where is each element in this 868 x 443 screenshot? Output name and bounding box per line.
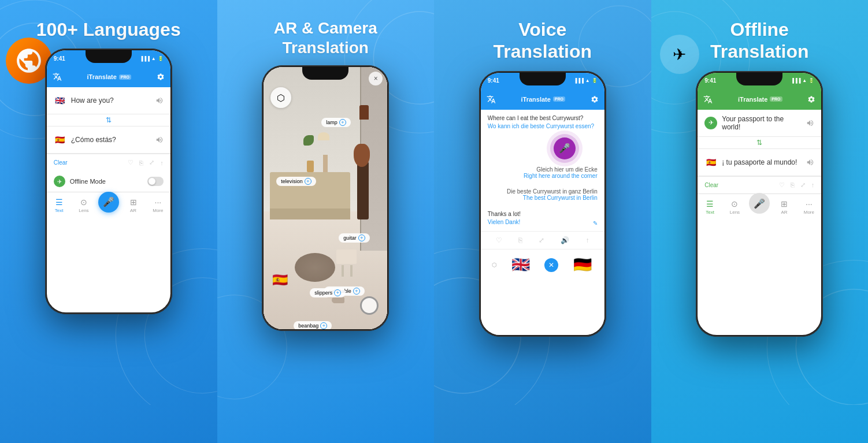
panel-1-title: 100+ Languages xyxy=(36,18,181,40)
source-flag-4: ✈ xyxy=(704,117,717,129)
ar-label-television[interactable]: television + xyxy=(276,177,316,186)
ar-label-guitar[interactable]: guitar + xyxy=(339,233,370,243)
target-flag-4: 🇪🇸 xyxy=(704,156,717,169)
heart-icon-1[interactable]: ♡ xyxy=(128,159,133,166)
mic-button-1[interactable]: 🎤 xyxy=(98,192,119,213)
translate-icon-4 xyxy=(703,95,713,104)
tab-more-label-1: More xyxy=(153,208,163,213)
msg-1-original: Where can I eat the best Currywurst? xyxy=(488,114,598,122)
iphone-3: 9:41 ▐▐▐ ▲ 🔋 iTranslate PRO xyxy=(479,71,606,337)
panel-4-title: OfflineTranslation xyxy=(710,18,809,63)
translate-icon-1 xyxy=(53,72,62,81)
notch-2 xyxy=(302,67,348,80)
tab-more-4[interactable]: ··· More xyxy=(796,199,821,215)
swap-area-4: ⇅ xyxy=(698,137,821,148)
target-text-1: ¿Cómo estás? xyxy=(71,136,151,144)
action-icons-1: ♡ ⎘ ⤢ ↑ xyxy=(128,159,164,166)
tab-ar-label-4: AR xyxy=(781,210,787,215)
tab-lens-1[interactable]: ⊙ Lens xyxy=(72,198,97,213)
source-flag-1: 🇬🇧 xyxy=(54,94,66,107)
copy-icon-4[interactable]: ⎘ xyxy=(791,181,795,188)
ar-label-beanbag[interactable]: beanbag + xyxy=(294,321,332,329)
clear-row-1: Clear ♡ ⎘ ⤢ ↑ xyxy=(47,154,170,171)
iphone-4: 9:41 ▐▐▐ ▲ 🔋 iTranslate PRO xyxy=(696,71,823,337)
source-section-1: 🇬🇧 How are you? xyxy=(47,87,170,114)
msg-3-translation: The best Currywurst in Berlin xyxy=(488,195,598,201)
gear-icon-4[interactable] xyxy=(807,95,815,103)
tab-mic-1[interactable]: 🎤 xyxy=(96,192,121,213)
offline-icon-1: ✈ xyxy=(54,176,65,187)
panel-offline-translation: ✈ OfflineTranslation 9:41 ▐▐▐ ▲ 🔋 xyxy=(651,0,869,443)
voice-mic-button[interactable]: 🎤 xyxy=(554,137,576,159)
tab-lens-label-1: Lens xyxy=(79,208,88,213)
tab-more-icon-4: ··· xyxy=(806,199,813,209)
tab-ar-icon-1: ⊞ xyxy=(130,198,137,207)
target-flag-1: 🇪🇸 xyxy=(54,133,66,146)
tab-text-icon-1: ☰ xyxy=(55,198,63,207)
ar-plus-slippers[interactable]: + xyxy=(334,289,341,296)
mic-button-4[interactable]: 🎤 xyxy=(749,193,770,214)
tab-lens-label-4: Lens xyxy=(730,210,740,215)
speaker-icon-4a[interactable] xyxy=(806,119,814,127)
clear-button-1[interactable]: Clear xyxy=(54,159,68,166)
ar-plus-guitar[interactable]: + xyxy=(358,234,365,241)
tab-text-1[interactable]: ☰ Text xyxy=(47,198,72,213)
msg-4-translation: Vielen Dank! xyxy=(488,218,521,226)
voice-heart-icon[interactable]: ♡ xyxy=(496,236,502,244)
app-logo-1: iTranslate PRO xyxy=(87,73,131,80)
status-icons-4: ▐▐▐ ▲ 🔋 xyxy=(791,78,814,83)
ar-plus-lamp[interactable]: + xyxy=(339,119,346,126)
heart-icon-4[interactable]: ♡ xyxy=(779,181,785,189)
time-3: 9:41 xyxy=(488,77,499,84)
edit-icon-3[interactable]: ✎ xyxy=(593,220,598,226)
voice-share-icon[interactable]: ↑ xyxy=(586,236,589,244)
target-row-4: 🇪🇸 ¡ tu pasaporte al mundo! xyxy=(704,154,814,171)
pro-badge-1: PRO xyxy=(119,75,131,80)
chat-msg-2: Gleich hier um die Ecke Right here aroun… xyxy=(481,162,604,184)
tab-text-label-1: Text xyxy=(55,208,64,213)
panel-3-title: VoiceTranslation xyxy=(493,18,592,63)
chat-msg-1: Where can I eat the best Currywurst? Wo … xyxy=(481,110,604,135)
swap-icon-4: ⇅ xyxy=(756,139,762,147)
speaker-icon-2[interactable] xyxy=(155,136,164,144)
source-text-4: Your passport to the world! xyxy=(722,115,802,131)
voice-speaker-icon[interactable]: 🔊 xyxy=(561,236,569,244)
offline-toggle-1[interactable] xyxy=(147,177,164,186)
ar-plus-beanbag[interactable]: + xyxy=(320,322,327,329)
clear-button-4[interactable]: Clear xyxy=(704,182,718,188)
ar-label-lamp[interactable]: lamp + xyxy=(321,118,351,127)
iphone-2: × ⬡ lamp + television + g xyxy=(262,65,389,331)
msg-2-translation: Right here around the corner xyxy=(488,173,598,179)
ar-label-slippers[interactable]: slippers + xyxy=(310,288,346,297)
speaker-icon-1[interactable] xyxy=(155,96,164,105)
tab-more-1[interactable]: ··· More xyxy=(146,198,170,213)
flag-uk-3[interactable]: 🇬🇧 xyxy=(510,254,532,276)
panel-ar-camera: AR & CameraTranslation xyxy=(217,0,435,443)
tab-text-4[interactable]: ☰ Text xyxy=(698,199,722,215)
gear-icon-3[interactable] xyxy=(591,95,599,103)
tab-mic-4[interactable]: 🎤 xyxy=(747,193,772,214)
speaker-icon-4b[interactable] xyxy=(806,158,814,166)
voice-copy-icon[interactable]: ⎘ xyxy=(518,236,522,244)
target-row-1: 🇪🇸 ¿Cómo estás? xyxy=(54,131,164,148)
copy-icon-1[interactable]: ⎘ xyxy=(139,159,143,166)
target-text-4: ¡ tu pasaporte al mundo! xyxy=(722,158,802,166)
tab-lens-icon-4: ⊙ xyxy=(731,199,738,209)
tab-ar-1[interactable]: ⊞ AR xyxy=(121,198,146,213)
expand-icon-1[interactable]: ⤢ xyxy=(149,159,154,166)
tab-lens-4[interactable]: ⊙ Lens xyxy=(722,199,747,215)
source-row-4: ✈ Your passport to the world! xyxy=(704,114,814,132)
ar-plus-side-table[interactable]: + xyxy=(353,288,360,295)
tab-bar-4: ☰ Text ⊙ Lens 🎤 ⊞ AR ··· xyxy=(698,193,821,220)
expand-icon-4[interactable]: ⤢ xyxy=(800,181,806,189)
notch-4 xyxy=(736,73,782,85)
source-text-1: How are you? xyxy=(71,96,151,105)
close-circle-3[interactable]: ✕ xyxy=(544,258,558,272)
share-icon-4[interactable]: ↑ xyxy=(811,181,815,188)
tab-ar-4[interactable]: ⊞ AR xyxy=(772,199,797,215)
ar-plus-television[interactable]: + xyxy=(305,178,311,185)
flag-de-3[interactable]: 🇩🇪 xyxy=(572,254,593,276)
voice-expand-icon[interactable]: ⤢ xyxy=(539,236,544,244)
share-icon-1[interactable]: ↑ xyxy=(160,159,164,166)
status-icons-1: ▐▐▐ ▲ 🔋 xyxy=(140,56,164,61)
